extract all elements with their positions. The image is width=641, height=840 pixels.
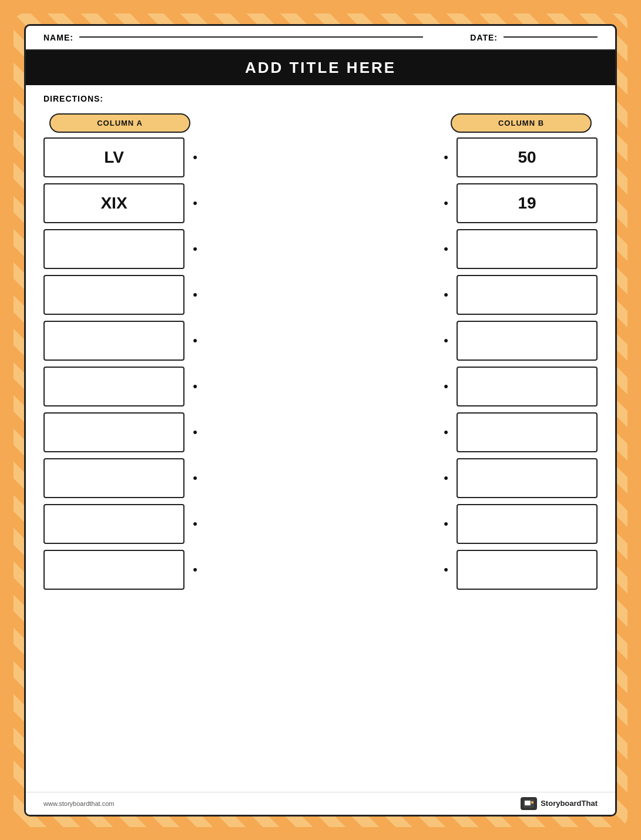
footer-url: www.storyboardthat.com bbox=[43, 800, 114, 807]
col-a-text-0: LV bbox=[104, 148, 124, 167]
col-a-text-1: XIX bbox=[100, 194, 127, 213]
col-b-box-0[interactable]: 50 bbox=[457, 137, 598, 177]
match-row: • • bbox=[43, 412, 598, 452]
bullet-right-8: • bbox=[435, 516, 457, 532]
bullet-right-1: • bbox=[435, 196, 457, 211]
directions-area: DIRECTIONS: bbox=[26, 85, 615, 107]
brand-icon bbox=[521, 797, 537, 810]
directions-label: DIRECTIONS: bbox=[43, 94, 103, 103]
bullet-left-8: • bbox=[184, 516, 206, 532]
col-a-box-1[interactable]: XIX bbox=[43, 183, 184, 223]
column-b-header: COLUMN B bbox=[451, 113, 592, 133]
bullet-right-9: • bbox=[435, 562, 457, 577]
bullet-right-2: • bbox=[435, 241, 457, 257]
col-b-text-1: 19 bbox=[518, 194, 536, 213]
col-a-box-3[interactable] bbox=[43, 275, 184, 315]
bullet-left-4: • bbox=[184, 333, 206, 348]
col-a-box-8[interactable] bbox=[43, 504, 184, 544]
column-a-header-container: COLUMN A bbox=[49, 113, 190, 133]
match-row: • • bbox=[43, 504, 598, 544]
bullet-left-9: • bbox=[184, 562, 206, 577]
bullet-left-7: • bbox=[184, 471, 206, 486]
col-a-box-4[interactable] bbox=[43, 321, 184, 361]
name-label: NAME: bbox=[43, 33, 73, 42]
col-b-box-1[interactable]: 19 bbox=[457, 183, 598, 223]
name-line bbox=[79, 36, 423, 38]
header-bar: NAME: DATE: bbox=[26, 26, 615, 51]
bullet-left-6: • bbox=[184, 425, 206, 440]
col-b-text-0: 50 bbox=[518, 148, 536, 167]
match-row: • • bbox=[43, 458, 598, 498]
title-bar: ADD TITLE HERE bbox=[26, 51, 615, 85]
bullet-left-1: • bbox=[184, 196, 206, 211]
footer-bar: www.storyboardthat.com StoryboardThat bbox=[26, 792, 615, 815]
bullet-left-0: • bbox=[184, 150, 206, 165]
match-row: XIX • • 19 bbox=[43, 183, 598, 223]
col-a-box-2[interactable] bbox=[43, 229, 184, 269]
brand-name: StoryboardThat bbox=[541, 799, 598, 808]
match-row: • • bbox=[43, 229, 598, 269]
match-row: • • bbox=[43, 367, 598, 406]
col-b-box-4[interactable] bbox=[457, 321, 598, 361]
col-b-box-7[interactable] bbox=[457, 458, 598, 498]
col-b-box-9[interactable] bbox=[457, 550, 598, 590]
bullet-left-2: • bbox=[184, 241, 206, 257]
date-label: DATE: bbox=[470, 33, 498, 42]
col-b-box-6[interactable] bbox=[457, 412, 598, 452]
bullet-right-6: • bbox=[435, 425, 457, 440]
col-b-box-5[interactable] bbox=[457, 367, 598, 406]
bullet-left-3: • bbox=[184, 287, 206, 303]
inner-page: NAME: DATE: ADD TITLE HERE DIRECTIONS: C… bbox=[24, 24, 617, 817]
bullet-left-5: • bbox=[184, 379, 206, 394]
col-a-box-6[interactable] bbox=[43, 412, 184, 452]
svg-rect-1 bbox=[525, 801, 531, 805]
outer-border: NAME: DATE: ADD TITLE HERE DIRECTIONS: C… bbox=[14, 14, 627, 827]
match-row: • • bbox=[43, 550, 598, 590]
col-a-box-9[interactable] bbox=[43, 550, 184, 590]
content-area: COLUMN A COLUMN B LV • • 50 XIX • bbox=[26, 107, 615, 792]
bullet-right-7: • bbox=[435, 471, 457, 486]
col-b-box-2[interactable] bbox=[457, 229, 598, 269]
bullet-right-4: • bbox=[435, 333, 457, 348]
bullet-right-5: • bbox=[435, 379, 457, 394]
footer-brand: StoryboardThat bbox=[521, 797, 598, 810]
col-a-box-5[interactable] bbox=[43, 367, 184, 406]
bullet-right-3: • bbox=[435, 287, 457, 303]
page-title: ADD TITLE HERE bbox=[245, 59, 396, 76]
match-row: • • bbox=[43, 275, 598, 315]
match-row: • • bbox=[43, 321, 598, 361]
rows-container: LV • • 50 XIX • • 19 • • bbox=[43, 137, 598, 596]
bullet-right-0: • bbox=[435, 150, 457, 165]
col-a-box-7[interactable] bbox=[43, 458, 184, 498]
date-line bbox=[504, 36, 598, 38]
col-b-box-3[interactable] bbox=[457, 275, 598, 315]
svg-rect-2 bbox=[531, 801, 533, 804]
columns-header: COLUMN A COLUMN B bbox=[43, 113, 598, 133]
column-b-header-container: COLUMN B bbox=[451, 113, 592, 133]
col-a-box-0[interactable]: LV bbox=[43, 137, 184, 177]
column-a-header: COLUMN A bbox=[49, 113, 190, 133]
col-b-box-8[interactable] bbox=[457, 504, 598, 544]
match-row: LV • • 50 bbox=[43, 137, 598, 177]
